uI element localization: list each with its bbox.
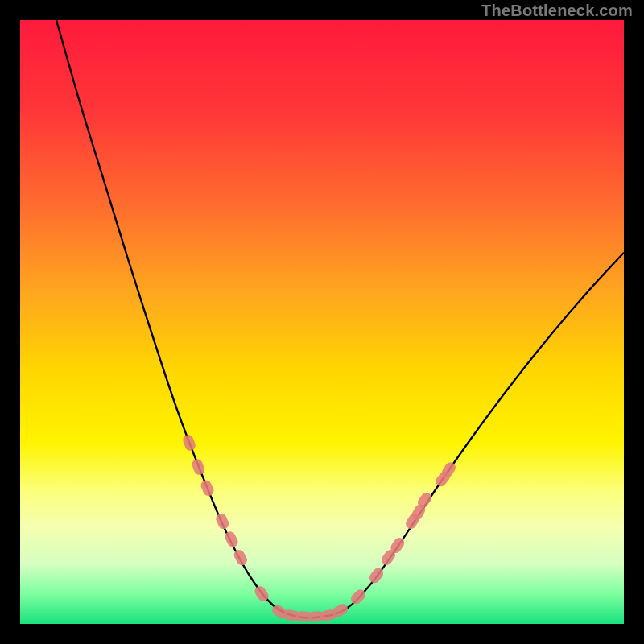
curve-layer — [20, 20, 624, 624]
watermark-text: TheBottleneck.com — [481, 2, 633, 20]
highlight-dot — [191, 457, 206, 476]
highlight-dot — [181, 433, 196, 452]
highlight-dot — [199, 479, 215, 498]
plot-area — [20, 20, 624, 624]
bottleneck-curve — [56, 20, 624, 618]
chart-frame: TheBottleneck.com — [0, 0, 644, 644]
highlight-dot — [214, 512, 230, 531]
highlight-dots-group — [181, 433, 457, 622]
